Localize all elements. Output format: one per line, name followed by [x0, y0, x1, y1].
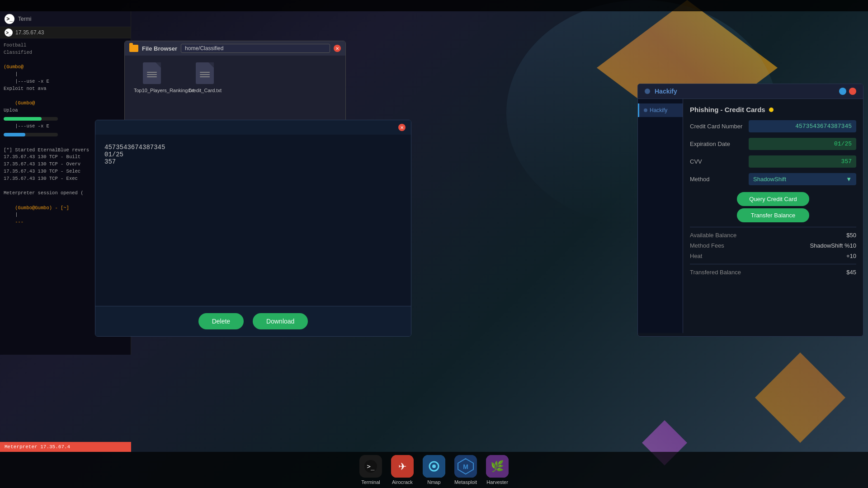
delete-button[interactable]: Delete [198, 313, 244, 329]
airocrack-icon: ✈ [391, 455, 414, 478]
method-select[interactable]: ShadowShift ▼ [749, 173, 856, 185]
taskbar-app-metasploit[interactable]: M Metasploit [454, 455, 477, 485]
terminal-app-label: Terminal [361, 479, 380, 485]
upload-label: Uploa [4, 108, 18, 113]
sidebar-item-hackify[interactable]: Hackify [638, 103, 683, 117]
meterpreter-bar: Meterpreter 17.35.67.4 [0, 442, 131, 452]
progress-fill-1 [4, 117, 42, 121]
heat-value: +10 [846, 253, 856, 259]
file-icon-lines-1 [147, 70, 157, 77]
sidebar-dot-1 [644, 108, 647, 112]
method-label: Method [690, 176, 749, 183]
section-title-text: Phishing - Credit Cards [690, 106, 765, 113]
expiration-label: Expiration Date [690, 141, 749, 147]
query-credit-card-button[interactable]: Query Credit Card [737, 192, 809, 206]
file-dialog-close-button[interactable]: ✕ [398, 124, 406, 131]
terminal-ip: 17.35.67.43 [15, 29, 44, 36]
metasploit-app-icon: M [454, 455, 477, 478]
terminal-line-6: Exploit not ava [4, 85, 127, 93]
cvv-label: CVV [690, 158, 749, 165]
download-button[interactable]: Download [253, 313, 308, 329]
file-name-2: Credit_Card.txt [188, 88, 222, 93]
file-icon-1 [143, 62, 161, 84]
svg-text:✈: ✈ [398, 461, 406, 472]
terminal-line-3: (Gumbo@ [4, 64, 127, 71]
available-balance-value: $50 [846, 232, 856, 239]
taskbar-app-terminal[interactable]: >_ Terminal [359, 455, 382, 485]
desktop: >_ Termi >_ 17.35.67.43 Football Classif… [0, 0, 868, 488]
file-browser-window: File Browser home/Classified ✕ Top10_Pla… [124, 41, 346, 122]
terminal-line-5: |---use -x E [4, 78, 127, 85]
minimize-button[interactable] [839, 88, 846, 95]
expiration-row: Expiration Date 01/25 [690, 138, 856, 150]
file-line-1a [147, 72, 157, 73]
hackify-titlebar: Hackify [638, 84, 863, 99]
file-content-dialog: ✕ 4573543674387345 01/25 357 Delete Down… [95, 120, 411, 337]
meterpreter-text: Meterpreter 17.35.67.4 [5, 444, 70, 450]
metasploit-icon: M [454, 455, 477, 478]
info-divider-2 [690, 264, 856, 264]
heat-label: Heat [690, 253, 702, 259]
file-content-line-3: 357 [104, 158, 402, 165]
action-buttons: Query Credit Card Transfer Balance [690, 192, 856, 222]
method-fees-label: Method Fees [690, 242, 724, 249]
harvester-app-label: Harvester [486, 479, 508, 485]
transferred-balance-row: Transfered Balance $45 [690, 269, 856, 276]
file-icon-2 [196, 62, 214, 84]
terminal-header: >_ Termi [0, 11, 131, 27]
terminal-title-label: Termi [18, 16, 31, 22]
file-browser-close-button[interactable]: ✕ [334, 45, 341, 52]
path-bar[interactable]: home/Classified [181, 44, 330, 53]
file-content-line-1: 4573543674387345 [104, 144, 402, 151]
taskbar-app-airocrack[interactable]: ✈ Airocrack [391, 455, 414, 485]
file-line-2a [200, 72, 210, 73]
taskbar-app-harvester[interactable]: 🌿 Harvester [486, 455, 509, 485]
method-value: ShadowShift [753, 176, 786, 183]
progress-bar-1 [4, 117, 58, 121]
svg-text:>_: >_ [367, 463, 374, 470]
terminal-icon-2: >_ [5, 28, 13, 37]
airocrack-app-icon: ✈ [391, 455, 414, 478]
chevron-down-icon: ▼ [846, 176, 852, 183]
airocrack-app-label: Airocrack [392, 479, 413, 485]
hackify-close-button[interactable] [849, 88, 856, 95]
expiration-value: 01/25 [749, 138, 856, 150]
file-dialog-body: 4573543674387345 01/25 357 [95, 135, 411, 306]
cvv-value: 357 [749, 155, 856, 168]
taskbar-bottom: >_ Terminal ✈ Airocrack Nm [0, 452, 868, 488]
file-item-1[interactable]: Top10_Players_Ranking.txt [134, 62, 170, 93]
nmap-app-icon [423, 455, 445, 478]
hackify-content: Hackify Phishing - Credit Cards Credit C… [638, 99, 863, 333]
file-line-2c [200, 76, 210, 77]
file-dialog-footer: Delete Download [95, 306, 411, 336]
hackify-main: Phishing - Credit Cards Credit Card Numb… [683, 99, 863, 333]
progress-fill-2 [4, 133, 25, 136]
hackify-window-title: Hackify [655, 88, 677, 95]
nmap-icon [423, 455, 445, 478]
terminal-line-2: Classified [4, 49, 127, 56]
harvester-app-icon: 🌿 [486, 455, 509, 478]
terminal-icon: >_ [5, 14, 14, 24]
bg-decoration-3 [755, 352, 845, 443]
transfer-balance-button[interactable]: Transfer Balance [737, 208, 809, 222]
cvv-row: CVV 357 [690, 155, 856, 168]
terminal-line-1: Football [4, 42, 127, 49]
credit-card-value: 4573543674387345 [749, 120, 856, 132]
credit-card-row: Credit Card Number 4573543674387345 [690, 120, 856, 132]
hackify-dot [645, 89, 650, 94]
file-item-2[interactable]: Credit_Card.txt [188, 62, 222, 93]
method-row: Method ShadowShift ▼ [690, 173, 856, 185]
hackify-section-title: Phishing - Credit Cards [690, 106, 856, 113]
credit-card-label: Credit Card Number [690, 123, 749, 130]
taskbar-app-nmap[interactable]: Nmap [423, 455, 445, 485]
svg-point-6 [432, 465, 436, 468]
terminal-icon: >_ [364, 460, 377, 473]
hackify-sidebar: Hackify [638, 99, 683, 333]
heat-row: Heat +10 [690, 253, 856, 259]
metasploit-app-label: Metasploit [454, 479, 477, 485]
file-dialog-titlebar: ✕ [95, 120, 411, 135]
file-line-1c [147, 76, 157, 77]
svg-text:M: M [463, 463, 468, 470]
transferred-balance-label: Transfered Balance [690, 269, 741, 276]
file-browser-titlebar: File Browser home/Classified ✕ [125, 41, 345, 56]
